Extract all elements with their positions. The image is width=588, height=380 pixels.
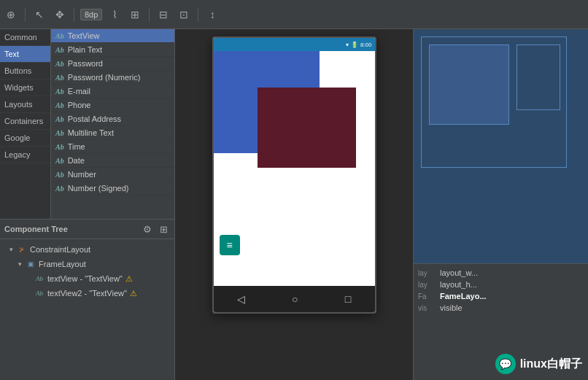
palette-cat-text[interactable]: Text: [0, 46, 50, 63]
palette-item-textview[interactable]: Ab TextView: [51, 29, 174, 43]
palette-cat-legacy[interactable]: Legacy: [0, 147, 50, 163]
tree-arrow-frame: ▾: [15, 260, 25, 268]
props-row-1: lay layout_w...: [418, 268, 584, 277]
palette-item-time[interactable]: Ab Time: [51, 140, 174, 154]
palette-item-number-label: Number: [68, 170, 96, 179]
tree-item-frame[interactable]: ▾ ▣ FrameLayout: [0, 257, 174, 271]
constraint-icon: ⊁: [16, 244, 28, 255]
watermark: 💬 linux白帽子: [495, 354, 582, 374]
palette-cat-google[interactable]: Google: [0, 130, 50, 147]
palette-item-date-label: Date: [68, 156, 85, 165]
blueprint-inner-rect2: [517, 44, 560, 110]
component-tree: Component Tree ⚙ ⊞ ▾ ⊁ ConstraintLayout …: [0, 219, 174, 380]
phone-status-icons: ▾ 🔋 8:00: [346, 42, 372, 48]
cursor-icon[interactable]: ⊕: [3, 7, 19, 23]
center-area: ▾ 🔋 8:00 ≡ ◁ ○ □: [175, 29, 413, 380]
component-tree-header: Component Tree ⚙ ⊞: [0, 220, 174, 239]
settings-icon[interactable]: ⚙: [141, 222, 154, 236]
phone-wrapper: ▾ 🔋 8:00 ≡ ◁ ○ □: [212, 36, 376, 314]
ab-icon-number: Ab: [55, 171, 64, 179]
nav-back-btn[interactable]: ◁: [237, 293, 245, 305]
props-val-1: layout_w...: [440, 268, 478, 277]
ab-icon-textview: Ab: [55, 32, 64, 40]
palette: Common Text Buttons Widgets Layouts Cont…: [0, 29, 174, 219]
tree-item-textview1[interactable]: Ab textView - "TextView" ⚠: [0, 271, 174, 286]
ab-tree-icon-1: Ab: [34, 273, 45, 284]
phone-mockup: ▾ 🔋 8:00 ≡ ◁ ○ □: [212, 36, 376, 314]
palette-item-phone-label: Phone: [68, 101, 91, 109]
grid-icon[interactable]: ⊞: [127, 7, 143, 23]
palette-item-time-label: Time: [68, 142, 85, 151]
palette-item-plaintext[interactable]: Ab Plain Text: [51, 43, 174, 57]
palette-cat-common[interactable]: Common: [0, 29, 50, 46]
dp-badge[interactable]: 8dp: [80, 9, 102, 20]
palette-item-password-numeric[interactable]: Ab Password (Numeric): [51, 71, 174, 85]
nav-recent-btn[interactable]: □: [345, 293, 351, 305]
watermark-icon: 💬: [495, 354, 516, 374]
props-row-2: lay layout_h...: [418, 280, 584, 289]
ab-icon-postal: Ab: [55, 115, 64, 123]
tree-warn-tv2: ⚠: [130, 289, 137, 298]
props-key-2: lay: [418, 281, 440, 289]
tree-item-constraint[interactable]: ▾ ⊁ ConstraintLayout: [0, 242, 174, 257]
palette-item-multiline[interactable]: Ab Multiline Text: [51, 126, 174, 140]
frame-icon: ▣: [25, 258, 36, 270]
props-row-3: Fa FameLayo...: [418, 292, 584, 300]
palette-item-number-signed[interactable]: Ab Number (Signed): [51, 182, 174, 195]
main-area: Common Text Buttons Widgets Layouts Cont…: [0, 29, 588, 380]
watermark-text: linux白帽子: [520, 357, 582, 372]
palette-item-number[interactable]: Ab Number: [51, 168, 174, 182]
palette-item-password[interactable]: Ab Password: [51, 57, 174, 71]
palette-item-number-signed-label: Number (Signed): [68, 184, 129, 193]
props-key-3: Fa: [418, 292, 440, 300]
ab-icon-password: Ab: [55, 60, 64, 68]
ab-icon-time: Ab: [55, 143, 64, 151]
right-panel: lay layout_w... lay layout_h... Fa FameL…: [413, 29, 588, 380]
select-icon[interactable]: ↖: [31, 7, 47, 23]
ab-icon-plaintext: Ab: [55, 46, 64, 54]
palette-item-multiline-label: Multiline Text: [68, 128, 114, 137]
palette-categories: Common Text Buttons Widgets Layouts Cont…: [0, 29, 51, 219]
props-val-4: visible: [440, 303, 463, 312]
magnet-icon[interactable]: ⌇: [107, 7, 123, 23]
tree-label-frame: FrameLayout: [39, 260, 86, 268]
palette-item-email[interactable]: Ab E-mail: [51, 85, 174, 98]
toolbar-sep-2: [74, 7, 74, 22]
palette-item-phone[interactable]: Ab Phone: [51, 98, 174, 112]
palette-cat-widgets[interactable]: Widgets: [0, 80, 50, 96]
palette-item-postal-label: Postal Address: [68, 115, 121, 123]
phone-content: ≡: [214, 51, 375, 286]
expand-icon[interactable]: ⊞: [157, 222, 170, 236]
toolbar-sep-3: [149, 7, 150, 22]
palette-item-password-numeric-label: Password (Numeric): [68, 73, 141, 82]
palette-cat-containers[interactable]: Containers: [0, 113, 50, 130]
align-icon[interactable]: ⊟: [155, 7, 171, 23]
nav-home-btn[interactable]: ○: [292, 293, 298, 305]
phone-status-bar: ▾ 🔋 8:00: [214, 38, 375, 51]
ab-icon-phone: Ab: [55, 101, 64, 109]
palette-item-date[interactable]: Ab Date: [51, 154, 174, 168]
palette-item-textview-label: TextView: [68, 31, 100, 40]
ab-icon-password-num: Ab: [55, 74, 64, 82]
palette-cat-buttons[interactable]: Buttons: [0, 63, 50, 80]
props-val-3: FameLayo...: [440, 292, 487, 300]
phone-fab: ≡: [220, 235, 240, 255]
palette-item-postal[interactable]: Ab Postal Address: [51, 112, 174, 126]
tree-label-constraint: ConstraintLayout: [30, 245, 90, 254]
layout-icon[interactable]: ↕: [204, 7, 220, 23]
props-val-2: layout_h...: [440, 280, 477, 289]
pan-icon[interactable]: ✥: [52, 7, 68, 23]
component-tree-title: Component Tree: [4, 225, 138, 233]
tree-label-tv1: textView - "TextView": [47, 274, 123, 283]
margin-icon[interactable]: ⊡: [176, 7, 192, 23]
battery-icon: 🔋: [351, 42, 358, 48]
palette-item-plaintext-label: Plain Text: [68, 45, 103, 54]
blueprint-inner-rect1: [429, 44, 509, 125]
wifi-icon: ▾: [346, 42, 349, 48]
palette-cat-layouts[interactable]: Layouts: [0, 96, 50, 113]
phone-nav-bar: ◁ ○ □: [214, 286, 375, 312]
tree-item-textview2[interactable]: Ab textView2 - "TextView" ⚠: [0, 286, 174, 300]
toolbar-sep-1: [25, 7, 26, 22]
time-display: 8:00: [360, 42, 372, 48]
toolbar: ⊕ ↖ ✥ 8dp ⌇ ⊞ ⊟ ⊡ ↕: [0, 0, 588, 29]
